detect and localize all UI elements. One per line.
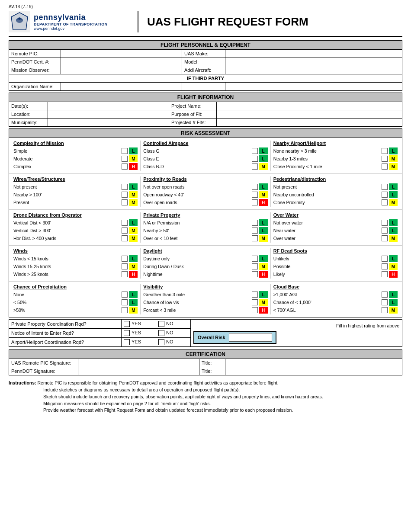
uas-make-value[interactable] — [225, 50, 402, 58]
org-right-value[interactable] — [225, 83, 402, 91]
risk-row-4: Winds Winds < 15 knots L Winds 15-25 kno… — [9, 246, 402, 282]
overall-risk-box: Overall Risk — [193, 331, 276, 344]
cloud-gt1000-checkbox[interactable] — [382, 292, 388, 298]
wires-present-checkbox[interactable] — [122, 199, 128, 205]
pp-over-label: Over or < 10 feet — [143, 236, 251, 241]
wind-lt15-checkbox[interactable] — [122, 256, 128, 262]
rf-likely-checkbox[interactable] — [382, 271, 388, 277]
pp-nearby-checkbox[interactable] — [252, 228, 258, 234]
cloud-gt1000-label: >1,000' AGL — [273, 292, 382, 297]
airspace-e-checkbox[interactable] — [252, 156, 258, 162]
wires-notpresent-checkbox[interactable] — [122, 184, 128, 190]
addl-aircraft-value[interactable] — [225, 66, 402, 74]
vis-gt3-checkbox[interactable] — [252, 292, 258, 298]
daylight-only-label: Daytime only — [143, 256, 251, 261]
coord-noi-yes[interactable]: YES — [122, 329, 156, 338]
dates-value[interactable] — [48, 102, 169, 110]
daylight-night-label: Nighttime — [143, 272, 251, 277]
coord-airport-yes[interactable]: YES — [122, 338, 156, 347]
cloud-chance-checkbox[interactable] — [382, 299, 388, 305]
airport-nearby-checkbox[interactable] — [382, 156, 388, 162]
remote-pic-value[interactable] — [61, 50, 182, 58]
coord-airport-no-checkbox[interactable] — [158, 339, 164, 345]
water-not-badge: L — [389, 219, 398, 226]
cloud-lt700-checkbox[interactable] — [382, 307, 388, 313]
uas-make-label: UAS Make: — [182, 50, 225, 58]
precip-none-checkbox[interactable] — [122, 292, 128, 298]
model-value[interactable] — [225, 58, 402, 66]
ped-close-badge: M — [389, 199, 398, 206]
precip-gt50-checkbox[interactable] — [122, 307, 128, 313]
daylight-dawn-checkbox[interactable] — [252, 263, 258, 269]
rf-unlikely-checkbox[interactable] — [382, 256, 388, 262]
wind-1525-checkbox[interactable] — [122, 263, 128, 269]
ped-notpresent-checkbox[interactable] — [382, 184, 388, 190]
vis-lowvis-checkbox[interactable] — [252, 299, 258, 305]
coord-noi-no-checkbox[interactable] — [158, 330, 164, 336]
coord-airport-no[interactable]: NO — [156, 338, 191, 347]
pp-na-checkbox[interactable] — [252, 220, 258, 226]
roads-not-over-label: Not over open roads — [143, 184, 251, 189]
pic-title-value[interactable] — [225, 359, 402, 367]
roads-over-checkbox[interactable] — [252, 199, 258, 205]
municipality-value[interactable] — [48, 119, 169, 127]
penndot-sig-value[interactable] — [78, 367, 199, 375]
rf-likely-label: Likely — [273, 272, 382, 277]
daylight-col: Daylight Daytime only L During Dawn / Du… — [140, 248, 270, 279]
location-value[interactable] — [48, 110, 169, 119]
projected-flts-value[interactable] — [217, 119, 402, 127]
complexity-moderate-checkbox[interactable] — [122, 156, 128, 162]
pic-title-label: Title: — [199, 359, 225, 367]
drone-vert-gt-checkbox[interactable] — [122, 228, 128, 234]
org-name-value[interactable] — [61, 83, 182, 91]
vis-lt3-checkbox[interactable] — [252, 307, 258, 313]
coord-pp-no[interactable]: NO — [156, 320, 191, 329]
daylight-only-checkbox[interactable] — [252, 256, 258, 262]
coord-airport-yes-checkbox[interactable] — [124, 339, 130, 345]
complexity-simple-checkbox[interactable] — [122, 148, 128, 154]
instructions-label: Instructions: — [9, 380, 36, 385]
airspace-title: Controlled Airspace — [143, 141, 267, 146]
drone-hor-checkbox[interactable] — [122, 235, 128, 241]
airspace-g-checkbox[interactable] — [252, 148, 258, 154]
purpose-value[interactable] — [217, 110, 402, 119]
pic-sig-value[interactable] — [78, 359, 199, 367]
airspace-bd-checkbox[interactable] — [252, 163, 258, 170]
coord-pp-no-checkbox[interactable] — [158, 321, 164, 327]
penndot-cert-value[interactable] — [61, 58, 182, 66]
coord-pp-yes[interactable]: YES — [122, 320, 156, 329]
precip-none-badge: L — [129, 291, 138, 298]
daylight-night-checkbox[interactable] — [252, 271, 258, 277]
complexity-complex-checkbox[interactable] — [122, 163, 128, 170]
coord-noi-no[interactable]: NO — [156, 329, 191, 338]
roads-open-checkbox[interactable] — [252, 192, 258, 198]
certification-table: CERTIFICATION UAS Remote PIC Signature: … — [9, 349, 402, 375]
project-name-value[interactable] — [217, 102, 402, 110]
risk-assessment-table: RISK ASSESSMENT — [9, 128, 402, 138]
water-not-checkbox[interactable] — [382, 220, 388, 226]
rf-possible-checkbox[interactable] — [382, 263, 388, 269]
coordination-table: Private Property Coordination Rqd? YES N… — [9, 319, 402, 347]
coord-noi-yes-checkbox[interactable] — [124, 330, 130, 336]
ped-close-checkbox[interactable] — [382, 199, 388, 205]
cert-header: CERTIFICATION — [9, 350, 402, 359]
drone-vert-lt-checkbox[interactable] — [122, 220, 128, 226]
ped-nearby-checkbox[interactable] — [382, 192, 388, 198]
roads-not-over-checkbox[interactable] — [252, 184, 258, 190]
overall-risk-value[interactable] — [229, 333, 272, 342]
airport-none-checkbox[interactable] — [382, 148, 388, 154]
coord-pp-yes-checkbox[interactable] — [124, 321, 130, 327]
airport-close-checkbox[interactable] — [382, 163, 388, 170]
daylight-only-badge: L — [259, 255, 268, 262]
mission-observer-value[interactable] — [61, 66, 182, 74]
form-title-area: UAS FLIGHT REQUEST FORM — [138, 15, 402, 29]
airspace-g-badge: L — [259, 147, 268, 154]
penndot-title-value[interactable] — [225, 367, 402, 375]
wind-gt25-checkbox[interactable] — [122, 271, 128, 277]
drone-vert-gt-badge: M — [129, 227, 138, 234]
water-over-checkbox[interactable] — [382, 235, 388, 241]
precip-lt50-checkbox[interactable] — [122, 299, 128, 305]
pp-over-checkbox[interactable] — [252, 235, 258, 241]
water-near-checkbox[interactable] — [382, 228, 388, 234]
wires-nearby-checkbox[interactable] — [122, 192, 128, 198]
